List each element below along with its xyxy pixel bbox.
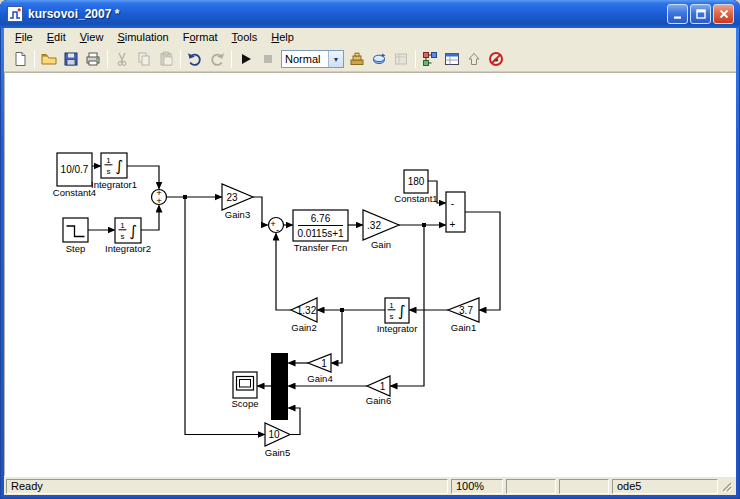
model-canvas[interactable]: 10/0.7 Constant4 1 s ∫ Integrator1 St	[4, 72, 736, 476]
redo-button[interactable]	[206, 49, 228, 69]
menu-view[interactable]: View	[73, 29, 111, 46]
zoom-level-text: 100%	[456, 480, 484, 492]
gain5-value: 10	[268, 429, 280, 440]
new-document-button[interactable]	[9, 49, 31, 69]
status-message: Ready	[6, 479, 448, 494]
cut-button[interactable]	[111, 49, 133, 69]
wire-gain2-to-sum2[interactable]	[276, 234, 291, 311]
solver-text: ode5	[617, 480, 641, 492]
window-title: kursovoi_2007 *	[28, 7, 667, 21]
sum3-sign-bottom: +	[450, 219, 456, 230]
status-field-3	[559, 479, 609, 494]
menu-tools[interactable]: Tools	[225, 29, 265, 46]
branch-dot	[422, 223, 426, 227]
wire-integrator2-to-sum1[interactable]	[141, 206, 159, 231]
integrator2-label: Integrator2	[105, 243, 151, 254]
chevron-down-icon[interactable]: ▼	[328, 51, 343, 67]
wire-gain3-to-sum2[interactable]	[253, 197, 268, 225]
integrator-block[interactable]: 1 s ∫	[385, 298, 409, 323]
transfer-fcn-numerator: 6.76	[311, 213, 331, 224]
constant4-value: 10/0.7	[61, 164, 89, 175]
paste-button[interactable]	[155, 49, 177, 69]
print-button[interactable]	[82, 49, 104, 69]
status-bar: Ready 100% ode5	[4, 476, 736, 495]
sum2-block[interactable]: + -	[269, 218, 284, 235]
menu-edit[interactable]: Edit	[40, 29, 73, 46]
wire-gain5-to-mux[interactable]	[289, 408, 301, 435]
menu-help[interactable]: Help	[264, 29, 301, 46]
gain3-block[interactable]: 23	[222, 184, 253, 210]
scope-screen-inner	[240, 380, 251, 388]
open-button[interactable]	[38, 49, 60, 69]
menu-format[interactable]: Format	[176, 29, 225, 46]
mux-block[interactable]	[271, 353, 288, 420]
title-bar[interactable]: kursovoi_2007 *	[0, 0, 740, 28]
constant1-label: Constant1	[394, 193, 437, 204]
open-icon	[41, 51, 57, 67]
integrator1-block[interactable]: 1 s ∫	[101, 153, 127, 178]
up-to-parent-button[interactable]	[463, 49, 485, 69]
wire-branch-to-gain4[interactable]	[332, 310, 343, 363]
step-label: Step	[66, 243, 86, 254]
up-to-parent-icon	[466, 51, 482, 67]
integral-icon: ∫	[130, 222, 138, 240]
model-explorer-icon	[444, 51, 460, 67]
library-browser-button[interactable]	[419, 49, 441, 69]
stop-simulation-button[interactable]	[257, 49, 279, 69]
gain4-label: Gain4	[307, 373, 332, 384]
update-diagram-button[interactable]	[368, 49, 390, 69]
branch-dot	[183, 195, 187, 199]
build-button[interactable]	[346, 49, 368, 69]
menu-simulation[interactable]: Simulation	[110, 29, 175, 46]
integrator-numerator: 1	[389, 301, 394, 310]
debugger-button[interactable]	[485, 49, 507, 69]
gain-block[interactable]: .32	[363, 210, 399, 240]
integrator1-numerator: 1	[106, 156, 111, 165]
menu-file[interactable]: File	[8, 29, 40, 46]
minimize-button[interactable]	[667, 4, 688, 24]
save-icon	[63, 51, 79, 67]
save-button[interactable]	[60, 49, 82, 69]
incremental-build-icon	[393, 51, 409, 67]
transfer-fcn-block[interactable]: 6.76 0.0115s+1	[293, 210, 348, 241]
incremental-build-button[interactable]	[390, 49, 412, 69]
sum1-sign-bottom: +	[156, 195, 162, 206]
integrator2-block[interactable]: 1 s ∫	[115, 218, 141, 243]
close-button[interactable]	[713, 4, 734, 24]
step-block[interactable]	[63, 218, 88, 242]
gain5-block[interactable]: 10	[265, 423, 290, 446]
simulink-model-window: kursovoi_2007 * File Edit View Simu	[0, 0, 740, 499]
gain6-label: Gain6	[366, 395, 391, 406]
debugger-icon	[488, 51, 504, 67]
constant4-label: Constant4	[53, 187, 96, 198]
constant4-block[interactable]: 10/0.7	[57, 153, 92, 186]
start-simulation-button[interactable]	[235, 49, 257, 69]
gain2-label: Gain2	[291, 322, 316, 333]
simulation-mode-select[interactable]: Normal ▼	[281, 50, 344, 68]
close-icon	[718, 8, 730, 20]
model-explorer-button[interactable]	[441, 49, 463, 69]
gain6-value: 1	[380, 381, 386, 392]
integrator1-label: Integrator1	[91, 179, 137, 190]
integral-icon: ∫	[116, 157, 124, 175]
maximize-button[interactable]	[690, 4, 711, 24]
undo-button[interactable]	[184, 49, 206, 69]
sum1-block[interactable]: + +	[152, 187, 167, 206]
minimize-icon	[672, 8, 684, 20]
update-diagram-icon	[371, 51, 387, 67]
constant1-block[interactable]: 180	[404, 170, 428, 193]
library-browser-icon	[422, 51, 438, 67]
transfer-fcn-label: Transfer Fcn	[294, 242, 348, 253]
gain4-block[interactable]: 1	[308, 354, 331, 372]
gain2-block[interactable]: 1.32	[291, 298, 317, 322]
simulink-model-icon	[7, 6, 23, 22]
scope-block[interactable]	[233, 372, 257, 398]
gain1-block[interactable]: 3.7	[448, 298, 479, 322]
copy-button[interactable]	[133, 49, 155, 69]
resize-grip[interactable]	[721, 480, 733, 493]
scope-label: Scope	[232, 398, 259, 409]
sum3-block[interactable]: - +	[446, 192, 465, 232]
gain6-block[interactable]: 1	[367, 376, 390, 396]
wire-sum3-to-gain1[interactable]	[465, 212, 500, 310]
toolbar: Normal ▼	[4, 47, 736, 72]
